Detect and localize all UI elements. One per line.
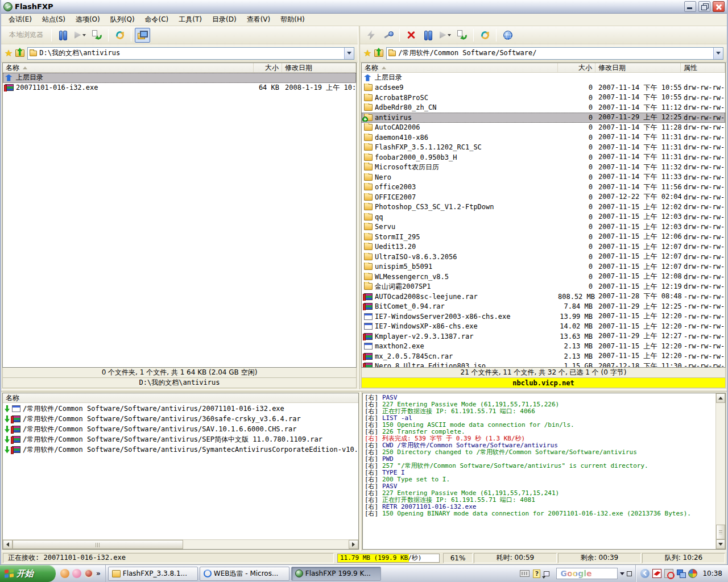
tray-collapse-chevron-icon[interactable] (640, 569, 650, 578)
combo-dropdown-button[interactable] (713, 48, 723, 59)
column-header-name[interactable]: 名称 (3, 63, 254, 72)
transfer-queue-button[interactable] (454, 28, 470, 43)
queue-column-name[interactable]: 名称 (6, 393, 19, 403)
start-transfer-button[interactable] (72, 28, 88, 43)
task-button[interactable]: FlashFXP 199.9 K... (291, 567, 381, 581)
table-row[interactable]: 20071101-016-i32.exe 64 KB 2008-1-19 上午 … (3, 83, 356, 93)
start-transfer-button[interactable] (437, 28, 453, 43)
menu-item[interactable]: 目录(D) (207, 14, 242, 26)
scrollbar-track[interactable] (716, 403, 725, 525)
menu-item[interactable]: 命令(C) (140, 14, 174, 26)
pause-transfer-button[interactable] (55, 28, 71, 43)
remote-path-combobox[interactable]: /常用软件/Common Software/Software/ (386, 47, 723, 60)
table-row[interactable]: AutoCAD2006 0 2007-11-14 下午 11:28 drw-rw… (362, 123, 725, 133)
table-row[interactable]: WLMessengercn_v8.5 0 2007-11-15 上午 12:08… (362, 272, 725, 282)
quicklaunch-overflow-chevron[interactable]: » (96, 569, 101, 577)
keyboard-icon[interactable] (520, 570, 530, 577)
column-header-size[interactable]: 大小 (558, 63, 595, 72)
menu-item[interactable]: 帮助(H) (275, 14, 309, 26)
table-row[interactable]: Servu 0 2007-11-15 上午 12:03 drw-rw-rw- (362, 222, 725, 232)
table-row[interactable]: Acrobat8ProSC 0 2007-11-14 下午 10:55 drw-… (362, 93, 725, 103)
table-row[interactable]: AUTOcad2008sc-leejune.rar 808.52 MB 2007… (362, 292, 725, 302)
refresh-button[interactable] (477, 28, 493, 43)
favorites-star-icon[interactable]: ★ (363, 49, 371, 58)
table-row[interactable]: mx_2.0.5.7845cn.rar 2.13 MB 2007-11-15 上… (362, 351, 725, 361)
table-row[interactable]: IE7-WindowsServer2003-x86-chs.exe 13.99 … (362, 311, 725, 322)
table-row[interactable]: Kmplayer-v2.9.3.1387.rar 13.63 MB 2007-1… (362, 331, 725, 342)
table-row[interactable]: acdsee9 0 2007-11-14 下午 10:55 drw-rw-rw- (362, 83, 725, 93)
local-browser-label[interactable]: 本地浏览器 (5, 30, 48, 40)
scrollbar-thumb[interactable] (13, 540, 183, 549)
scroll-right-button[interactable] (349, 540, 358, 549)
tray-disabled-device-icon[interactable] (664, 569, 673, 578)
disconnect-button[interactable] (403, 28, 419, 43)
transfer-queue-button[interactable] (89, 28, 105, 43)
queue-item[interactable]: /常用软件/Common Software/Software/antivirus… (3, 444, 358, 455)
table-row[interactable]: antivirus 0 2007-11-29 上午 12:25 drw-rw-r… (362, 113, 725, 123)
table-row[interactable]: qq 0 2007-11-15 上午 12:03 drw-rw-rw- (362, 212, 725, 222)
table-row[interactable]: Uedit13.20 0 2007-11-15 上午 12:07 drw-rw-… (362, 242, 725, 252)
connect-button[interactable] (380, 28, 396, 43)
google-search-input[interactable]: Google (556, 568, 618, 579)
start-button[interactable]: 开始 (0, 565, 56, 582)
parent-folder-icon[interactable] (15, 49, 24, 57)
quicklaunch-icon-1[interactable] (60, 569, 69, 578)
queue-item[interactable]: /常用软件/Common Software/Software/antivirus… (3, 424, 358, 434)
menu-item[interactable]: 会话(E) (3, 14, 37, 26)
column-header-date[interactable]: 修改日期 (595, 63, 681, 72)
deskband-dropdown-icon[interactable] (620, 572, 624, 575)
pause-transfer-button[interactable] (420, 28, 436, 43)
quicklaunch-icon-3[interactable] (84, 569, 93, 578)
column-header-attr[interactable]: 属性 (681, 63, 725, 72)
column-header-date[interactable]: 修改日期 (282, 63, 356, 72)
table-row[interactable]: office2003 0 2007-11-14 下午 11:56 drw-rw-… (362, 182, 725, 193)
refresh-button[interactable] (112, 28, 127, 43)
remote-view-button[interactable] (500, 28, 515, 43)
deskband-restore-icon[interactable] (627, 571, 632, 576)
restore-button[interactable] (698, 1, 710, 12)
queue-item[interactable]: /常用软件/Common Software/Software/antivirus… (3, 404, 358, 414)
local-view-toggle-button[interactable] (135, 28, 150, 43)
scroll-down-button[interactable] (716, 539, 725, 549)
help-icon[interactable]: ? (533, 569, 540, 578)
restore-layout-icon[interactable] (544, 571, 549, 576)
quicklaunch-icon-2[interactable] (72, 569, 81, 578)
close-button[interactable] (713, 1, 725, 12)
table-row[interactable]: UltraISO-v8.6.3.2056 0 2007-11-15 上午 12:… (362, 252, 725, 262)
table-row[interactable]: Microsoft农历日历 0 2007-11-14 下午 11:32 drw-… (362, 163, 725, 173)
table-row[interactable]: maxthon2.exe 2.13 MB 2007-11-15 上午 12:20… (362, 342, 725, 352)
table-row[interactable]: BitComet_0.94.rar 7.84 MB 2007-11-29 上午 … (362, 302, 725, 312)
scroll-up-button[interactable] (716, 393, 725, 403)
table-row[interactable]: Photoshop_CS3_SC_V1.2-FtpDown 0 2007-11-… (362, 202, 725, 213)
table-row[interactable]: OFFICE2007 0 2007-12-22 下午 02:04 drw-rw-… (362, 192, 725, 202)
table-row[interactable]: 上层目录 (362, 73, 725, 83)
table-row[interactable]: IE7-WindowsXP-x86-chs.exe 14.02 MB 2007-… (362, 322, 725, 332)
table-row[interactable]: Nero.8.Ultra.Edition803.iso 1.15 GB 2007… (362, 361, 725, 368)
table-row[interactable]: 金山词霸2007SP1 0 2007-11-15 上午 12:19 drw-rw… (362, 282, 725, 292)
table-row[interactable]: unispim5_b5091 0 2007-11-15 上午 12:07 drw… (362, 262, 725, 272)
local-path-combobox[interactable]: D:\我的文档\antivirus (27, 47, 354, 60)
task-button[interactable]: FlashFXP_3.3.8.1... (108, 567, 198, 581)
scrollbar-thumb[interactable] (716, 525, 725, 539)
parent-folder-icon[interactable] (374, 49, 383, 57)
menu-item[interactable]: 查看(V) (242, 14, 276, 26)
minimize-button[interactable] (684, 1, 696, 12)
queue-item[interactable]: /常用软件/Common Software/Software/antivirus… (3, 414, 358, 424)
favorites-star-icon[interactable]: ★ (5, 49, 13, 58)
scroll-left-button[interactable] (3, 540, 13, 549)
queue-item[interactable]: /常用软件/Common Software/Software/antivirus… (3, 434, 358, 444)
menu-item[interactable]: 工具(T) (173, 14, 207, 26)
table-row[interactable]: StormII_295 0 2007-11-15 上午 12:06 drw-rw… (362, 232, 725, 242)
menu-item[interactable]: 站点(S) (37, 14, 71, 26)
table-row[interactable]: AdbeRdr80_zh_CN 0 2007-11-14 下午 11:12 dr… (362, 103, 725, 113)
tray-download-manager-icon[interactable] (652, 569, 661, 578)
task-button[interactable]: WEB迅雷 - Micros... (200, 567, 289, 581)
table-row[interactable]: Nero 0 2007-11-14 下午 11:33 drw-rw-rw- (362, 172, 725, 182)
column-header-name[interactable]: 名称 (362, 63, 558, 72)
table-row[interactable]: 上层目录 (3, 73, 356, 83)
fxp-button[interactable] (363, 28, 379, 43)
table-row[interactable]: daemon410-x86 0 2007-11-14 下午 11:31 drw-… (362, 132, 725, 143)
table-row[interactable]: FlashFXP_3.5.1.1202_RC1_SC 0 2007-11-14 … (362, 143, 725, 153)
combo-dropdown-button[interactable] (344, 48, 354, 59)
menu-item[interactable]: 选项(O) (71, 14, 105, 26)
